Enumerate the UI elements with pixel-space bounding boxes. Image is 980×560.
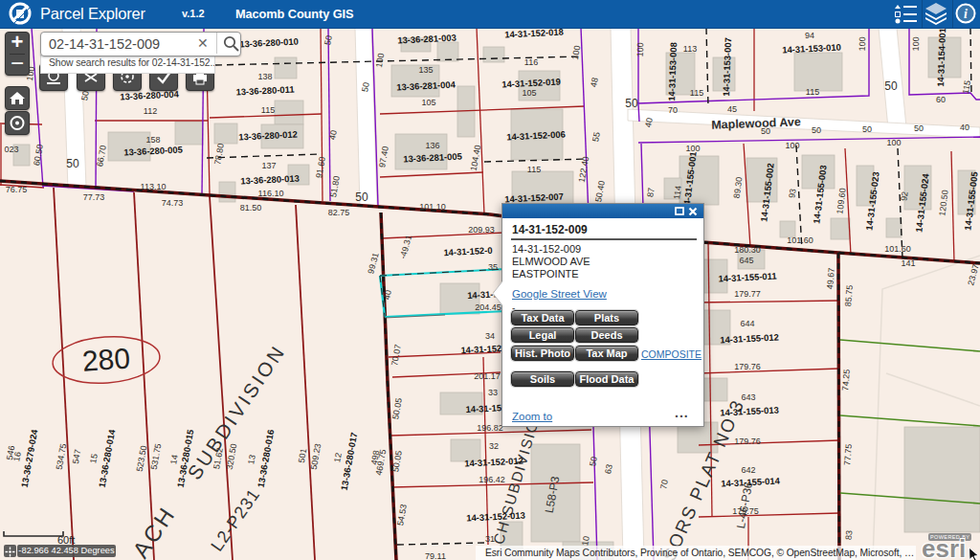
svg-text:74.25: 74.25: [840, 369, 852, 391]
svg-text:115: 115: [527, 165, 541, 174]
svg-text:81.50: 81.50: [240, 203, 262, 213]
svg-text:16: 16: [11, 451, 23, 462]
svg-text:60: 60: [936, 95, 946, 104]
svg-text:87: 87: [645, 187, 656, 197]
svg-text:179.76: 179.76: [734, 362, 761, 371]
svg-text:116.10: 116.10: [258, 189, 284, 198]
svg-text:114: 114: [672, 185, 683, 199]
svg-text:40: 40: [382, 289, 393, 301]
svg-text:50: 50: [323, 34, 334, 46]
svg-text:101.60: 101.60: [787, 235, 813, 245]
svg-text:50: 50: [66, 157, 79, 170]
svg-text:15: 15: [88, 453, 100, 464]
svg-text:113.10: 113.10: [141, 182, 167, 191]
svg-text:105: 105: [522, 88, 536, 98]
svg-text:33: 33: [488, 388, 498, 397]
svg-text:92: 92: [899, 190, 909, 201]
svg-text:158: 158: [145, 135, 160, 145]
svg-text:70: 70: [658, 479, 670, 490]
svg-text:100: 100: [886, 138, 901, 147]
svg-text:280: 280: [81, 342, 131, 376]
svg-text:13: 13: [246, 454, 257, 465]
svg-text:179.76: 179.76: [734, 437, 761, 446]
svg-text:48: 48: [589, 77, 600, 88]
svg-text:141: 141: [901, 258, 915, 268]
svg-text:644: 644: [740, 319, 754, 328]
svg-text:50: 50: [360, 81, 371, 93]
svg-text:40: 40: [960, 123, 969, 132]
svg-text:105: 105: [421, 98, 435, 107]
svg-text:94: 94: [805, 31, 814, 40]
svg-text:12: 12: [332, 452, 344, 463]
svg-text:100: 100: [858, 36, 868, 51]
svg-text:50: 50: [355, 190, 368, 204]
svg-text:77.73: 77.73: [83, 192, 105, 202]
svg-text:209.93: 209.93: [468, 225, 495, 235]
svg-text:35: 35: [488, 262, 498, 272]
svg-text:32: 32: [489, 441, 499, 451]
svg-text:50: 50: [914, 123, 924, 133]
svg-text:77.75: 77.75: [842, 443, 854, 465]
svg-text:180.30: 180.30: [734, 245, 761, 255]
svg-text:76.75: 76.75: [6, 185, 28, 194]
svg-text:643: 643: [741, 392, 755, 402]
svg-text:50: 50: [862, 124, 872, 134]
svg-text:642: 642: [741, 465, 755, 475]
svg-text:196.82: 196.82: [477, 423, 503, 433]
svg-text:201.17: 201.17: [474, 371, 501, 381]
svg-text:40: 40: [643, 117, 655, 128]
svg-text:50: 50: [625, 97, 638, 110]
svg-text:50: 50: [812, 125, 821, 135]
svg-text:100: 100: [785, 141, 799, 150]
svg-text:115: 115: [261, 105, 275, 115]
svg-text:55: 55: [590, 131, 602, 143]
svg-text:100: 100: [635, 42, 646, 56]
svg-text:45: 45: [727, 104, 737, 114]
svg-text:023: 023: [4, 145, 18, 154]
svg-text:112: 112: [144, 106, 157, 116]
svg-text:135: 135: [418, 65, 433, 75]
svg-text:138: 138: [257, 72, 272, 81]
svg-text:116: 116: [524, 57, 538, 67]
svg-text:31: 31: [485, 534, 495, 544]
svg-text:83: 83: [844, 530, 855, 541]
svg-text:179.77: 179.77: [734, 289, 761, 299]
svg-text:113: 113: [683, 44, 697, 54]
svg-text:82.75: 82.75: [328, 208, 350, 217]
svg-text:100: 100: [911, 36, 922, 51]
svg-text:49.67: 49.67: [825, 267, 836, 289]
svg-text:63: 63: [603, 463, 614, 475]
svg-text:14-31-154-001: 14-31-154-001: [935, 28, 947, 87]
svg-text:79.11: 79.11: [425, 551, 446, 560]
svg-text:40: 40: [327, 129, 339, 141]
svg-text:93: 93: [787, 188, 797, 198]
svg-text:14: 14: [168, 454, 180, 465]
svg-text:137: 137: [261, 161, 276, 170]
svg-text:115: 115: [690, 88, 703, 98]
svg-text:115: 115: [806, 87, 819, 97]
svg-text:136: 136: [425, 141, 439, 150]
svg-text:85.75: 85.75: [843, 284, 855, 306]
svg-text:i: i: [964, 7, 968, 21]
svg-text:34: 34: [485, 331, 495, 341]
svg-text:100: 100: [685, 144, 700, 153]
svg-text:101.60: 101.60: [884, 244, 911, 254]
svg-text:50: 50: [588, 456, 599, 467]
svg-text:14-31-153-008: 14-31-153-008: [666, 42, 679, 101]
svg-text:74.73: 74.73: [162, 198, 184, 208]
svg-text:645: 645: [739, 256, 753, 265]
svg-text:196.42: 196.42: [479, 475, 505, 484]
svg-text:14-31-153-007: 14-31-153-007: [721, 37, 733, 97]
svg-text:101.10: 101.10: [419, 202, 446, 212]
svg-text:179.75: 179.75: [732, 506, 759, 516]
svg-text:70: 70: [668, 105, 678, 115]
svg-text:50: 50: [884, 79, 898, 93]
